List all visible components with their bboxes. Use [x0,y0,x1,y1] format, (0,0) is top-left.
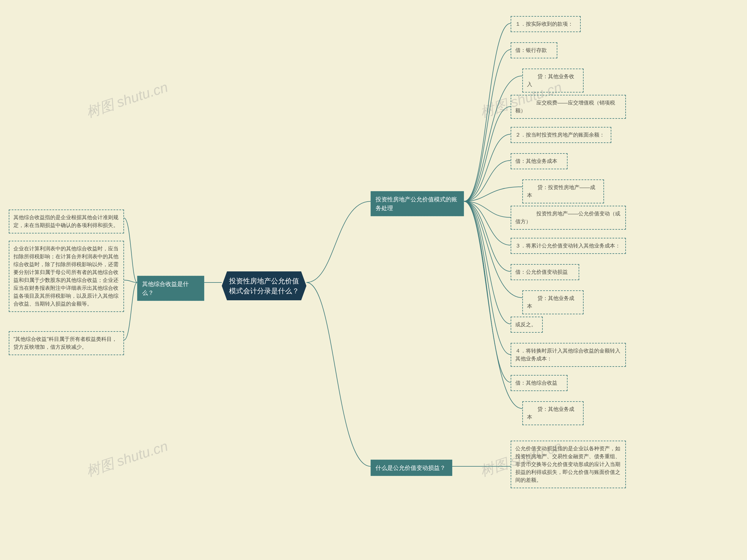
leaf-text: 贷：投资性房地产——成本 [527,184,595,198]
leaf-text: 贷：其他业务成本 [527,406,574,420]
leaf-text: 贷：其他业务成本 [527,295,574,309]
leaf-text: 借：其他业务成本 [515,158,557,164]
leaf-text: 投资性房地产——公允价值变动（或借方） [515,211,620,224]
leaf-acc-14: 借：其他综合收益 [511,375,568,391]
leaf-acc-1: １．按实际收到的款项： [511,16,581,32]
leaf-acc-11: 贷：其他业务成本 [522,290,584,314]
leaf-text: ３．将累计公允价值变动转入其他业务成本： [515,243,620,249]
leaf-other-income-2: 企业在计算利润表中的其他综合收益时，应当扣除所得税影响；在计算合并利润表中的其他… [9,241,124,312]
leaf-text: 贷：其他业务收入 [527,74,574,87]
leaf-acc-7: 贷：投资性房地产——成本 [522,179,604,203]
branch-label: 投资性房地产公允价值模式的账务处理 [376,196,457,211]
leaf-acc-4: 应交税费——应交增值税（销项税额） [511,95,626,119]
leaf-text: １．按实际收到的款项： [515,21,573,27]
leaf-acc-8: 投资性房地产——公允价值变动（或借方） [511,206,626,230]
leaf-text: 或反之。 [515,322,536,327]
branch-accounting: 投资性房地产公允价值模式的账务处理 [370,191,464,216]
leaf-text: ４．将转换时原计入其他综合收益的金额转入其他业务成本： [515,348,620,361]
leaf-text: 借：其他综合收益 [515,380,557,386]
watermark: 树图 shutu.cn [84,78,170,122]
leaf-other-income-1: 其他综合收益指的是企业根据其他会计准则规定，未在当期损益中确认的各项利得和损失。 [9,209,124,233]
watermark: 树图 shutu.cn [84,437,170,481]
leaf-acc-15: 贷：其他业务成本 [522,401,584,425]
leaf-acc-6: 借：其他业务成本 [511,153,568,169]
leaf-text: 借：银行存款 [515,47,547,53]
leaf-acc-12: 或反之。 [511,316,543,333]
leaf-acc-9: ３．将累计公允价值变动转入其他业务成本： [511,238,626,254]
leaf-fv-1: 公允价值变动损益指的是企业以各种资产，如投资性房地产、交易性金融资产、债务重组、… [511,441,626,488]
leaf-text: 公允价值变动损益指的是企业以各种资产，如投资性房地产、交易性金融资产、债务重组、… [515,446,620,483]
branch-other-income: 其他综合收益是什么？ [137,276,204,301]
branch-fair-value: 什么是公允价值变动损益？ [370,460,452,476]
branch-label: 什么是公允价值变动损益？ [376,464,445,471]
leaf-text: 企业在计算利润表中的其他综合收益时，应当扣除所得税影响；在计算合并利润表中的其他… [14,246,119,307]
leaf-text: 借：公允价值变动损益 [515,269,568,275]
leaf-other-income-3: "其他综合收益"科目属于所有者权益类科目，贷方反映增加，借方反映减少。 [9,331,124,355]
leaf-acc-5: ２．按当时投资性房地产的账面余额： [511,127,611,143]
leaf-text: ２．按当时投资性房地产的账面余额： [515,132,604,138]
branch-label: 其他综合收益是什么？ [142,281,189,296]
leaf-acc-10: 借：公允价值变动损益 [511,264,579,280]
leaf-acc-3: 贷：其他业务收入 [522,69,584,93]
leaf-acc-2: 借：银行存款 [511,42,557,58]
leaf-text: 其他综合收益指的是企业根据其他会计准则规定，未在当期损益中确认的各项利得和损失。 [14,214,119,228]
root-node: 投资性房地产公允价值模式会计分录是什么？ [222,272,306,300]
root-title: 投资性房地产公允价值模式会计分录是什么？ [229,277,299,295]
leaf-acc-13: ４．将转换时原计入其他综合收益的金额转入其他业务成本： [511,343,626,367]
leaf-text: "其他综合收益"科目属于所有者权益类科目，贷方反映增加，借方反映减少。 [14,336,117,350]
leaf-text: 应交税费——应交增值税（销项税额） [515,100,615,113]
